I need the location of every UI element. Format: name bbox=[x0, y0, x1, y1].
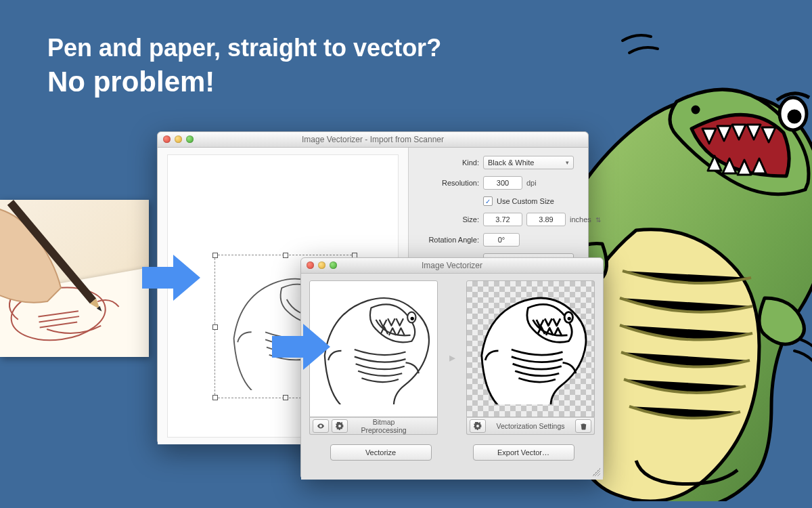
zoom-icon[interactable] bbox=[330, 261, 337, 269]
vector-canvas[interactable] bbox=[466, 280, 595, 417]
window-traffic-lights[interactable] bbox=[163, 135, 194, 143]
trash-icon[interactable] bbox=[575, 419, 591, 433]
minimize-icon[interactable] bbox=[318, 261, 325, 269]
resolution-input[interactable]: 300 bbox=[483, 176, 522, 190]
hero-headline: Pen and paper, straight to vector? No pr… bbox=[47, 33, 441, 100]
scanner-window-title: Image Vectorizer - Import from Scanner bbox=[302, 135, 444, 144]
custom-size-checkbox[interactable]: ✓ bbox=[483, 196, 493, 206]
gear-icon[interactable] bbox=[470, 419, 486, 433]
export-vector-button[interactable]: Export Vector… bbox=[473, 444, 574, 461]
chevron-right-icon: ▸ bbox=[446, 350, 458, 365]
window-traffic-lights[interactable] bbox=[307, 261, 337, 269]
vector-preview-art bbox=[471, 285, 590, 404]
size-width-input[interactable]: 3.72 bbox=[483, 213, 522, 226]
vectorizer-titlebar[interactable]: Image Vectorizer bbox=[301, 258, 603, 274]
size-height-input[interactable]: 3.89 bbox=[526, 213, 566, 226]
size-label: Size: bbox=[418, 215, 479, 224]
arrow-icon bbox=[272, 320, 333, 374]
hand-drawing-photo bbox=[0, 200, 149, 357]
hero-line-1: Pen and paper, straight to vector? bbox=[47, 33, 441, 63]
chevron-updown-icon[interactable]: ⇅ bbox=[595, 216, 601, 224]
svg-point-9 bbox=[411, 317, 414, 320]
rotation-label: Rotation Angle: bbox=[418, 236, 479, 244]
hero-line-2: No problem! bbox=[47, 64, 441, 100]
size-unit: inches bbox=[570, 215, 591, 224]
vectorizer-window-title: Image Vectorizer bbox=[422, 261, 482, 270]
close-icon[interactable] bbox=[163, 135, 171, 143]
vector-bar-title: Vectorization Settings bbox=[489, 422, 572, 430]
eye-icon[interactable] bbox=[313, 419, 329, 433]
vectorize-button[interactable]: Vectorize bbox=[330, 444, 432, 461]
resize-grip-icon[interactable] bbox=[592, 468, 600, 476]
bitmap-bar-title: Bitmap Preprocessing bbox=[351, 418, 417, 434]
vectorizer-window: Image Vectorizer bbox=[300, 257, 604, 480]
close-icon[interactable] bbox=[307, 261, 314, 269]
kind-select[interactable]: Black & White ▾ bbox=[483, 156, 574, 169]
gear-icon[interactable] bbox=[332, 419, 348, 433]
chevron-down-icon: ▾ bbox=[566, 159, 569, 166]
resolution-unit: dpi bbox=[526, 179, 537, 187]
kind-label: Kind: bbox=[418, 158, 479, 167]
vector-pane: Vectorization Settings bbox=[466, 280, 595, 435]
rotation-input[interactable]: 0° bbox=[483, 233, 520, 247]
custom-size-label: Use Custom Size bbox=[497, 197, 554, 205]
zoom-icon[interactable] bbox=[186, 135, 194, 143]
svg-point-1 bbox=[789, 111, 800, 122]
arrow-icon bbox=[142, 251, 203, 305]
resolution-label: Resolution: bbox=[418, 179, 479, 187]
minimize-icon[interactable] bbox=[175, 135, 182, 143]
scanner-titlebar[interactable]: Image Vectorizer - Import from Scanner bbox=[158, 132, 588, 148]
svg-point-11 bbox=[568, 317, 571, 320]
svg-point-2 bbox=[693, 107, 698, 112]
